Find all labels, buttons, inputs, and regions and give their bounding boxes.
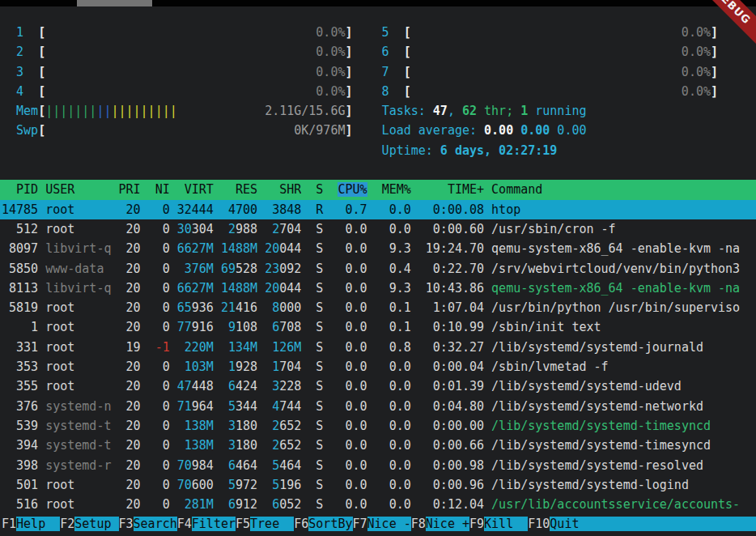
process-mem-pct: 0.1 bbox=[382, 300, 411, 315]
process-row-1[interactable]: 1 root 20 0 77916 9108 6708 S 0.0 0.1 0:… bbox=[0, 317, 756, 337]
cpu-meter-label-4: 4 bbox=[2, 84, 23, 99]
cpu-meter-value-3: 0.0% bbox=[45, 65, 345, 79]
process-user: systemd-t bbox=[45, 438, 111, 453]
process-row-8113[interactable]: 8113 libvirt-q 20 0 6627M 1488M 20044 S … bbox=[0, 279, 756, 298]
fn-key-F6[interactable]: F6SortBy bbox=[294, 517, 352, 531]
fn-key-F7[interactable]: F7Nice - bbox=[353, 517, 411, 531]
fn-key-F3[interactable]: F3Search bbox=[119, 517, 177, 531]
process-cpu-pct: 0.0 bbox=[338, 399, 367, 414]
column-header-ni[interactable]: NI bbox=[148, 182, 170, 197]
process-mem-pct: 0.0 bbox=[382, 497, 411, 512]
htop-screen: DEBUG 1 [ 0.0%] 5 [ 0.0%] 2 [ 0.0%] 6 [ … bbox=[0, 0, 756, 536]
swap-meter-label: Swp bbox=[16, 123, 38, 138]
process-ni: 0 bbox=[148, 202, 170, 217]
process-pid: 331 bbox=[2, 340, 38, 355]
process-command: /lib/systemd/systemd-networkd bbox=[491, 399, 703, 414]
fn-bar-fill bbox=[594, 517, 756, 531]
cpu-meter-label-5: 5 bbox=[352, 25, 389, 40]
process-pid: 14785 bbox=[2, 202, 38, 217]
process-pri: 20 bbox=[119, 281, 141, 296]
column-header-command[interactable]: Command bbox=[491, 182, 542, 197]
memory-meter-label: Mem bbox=[16, 104, 38, 118]
process-row-5850[interactable]: 5850 www-data 20 0 376M 69528 23092 S 0.… bbox=[0, 259, 756, 279]
cpu-meter-label-1: 1 bbox=[2, 25, 23, 40]
process-cpu-pct: 0.0 bbox=[338, 262, 367, 276]
process-ni: -1 bbox=[148, 340, 170, 355]
process-row-501[interactable]: 501 root 20 0 70600 5972 5196 S 0.0 0.0 … bbox=[0, 475, 756, 495]
process-ni: 0 bbox=[148, 399, 170, 414]
column-header-virt[interactable]: VIRT bbox=[177, 182, 214, 197]
process-user: libvirt-q bbox=[45, 281, 111, 296]
fn-key-F5[interactable]: F5Tree bbox=[236, 517, 294, 531]
tasks-count: 47 bbox=[433, 104, 448, 118]
process-command: /usr/bin/python /usr/bin/superviso bbox=[491, 300, 740, 315]
column-header-cpu[interactable]: CPU% bbox=[338, 182, 367, 197]
process-row-331[interactable]: 331 root 19 -1 220M 134M 126M S 0.0 0.8 … bbox=[0, 338, 756, 357]
process-time: 0:22.70 bbox=[426, 262, 484, 276]
process-command: /lib/systemd/systemd-journald bbox=[491, 340, 703, 355]
cpu-meter-value-8: 0.0% bbox=[411, 84, 711, 99]
column-header-pri[interactable]: PRI bbox=[119, 182, 141, 197]
process-cpu-pct: 0.0 bbox=[338, 222, 367, 236]
process-command: htop bbox=[491, 202, 520, 217]
process-time: 0:10.99 bbox=[426, 320, 484, 334]
process-row-394[interactable]: 394 systemd-t 20 0 138M 3180 2652 S 0.0 … bbox=[0, 436, 756, 455]
column-header-shr[interactable]: SHR bbox=[265, 182, 301, 197]
fn-key-F2[interactable]: F2Setup bbox=[60, 517, 118, 531]
process-row-8097[interactable]: 8097 libvirt-q 20 0 6627M 1488M 20044 S … bbox=[0, 239, 756, 258]
cpu-meter-row-1: 1 [ 0.0%] 5 [ 0.0%] bbox=[0, 23, 756, 42]
process-ni: 0 bbox=[148, 281, 170, 296]
process-row-355[interactable]: 355 root 20 0 47448 6424 3228 S 0.0 0.0 … bbox=[0, 376, 756, 396]
memory-bar-buffers: || bbox=[96, 104, 111, 118]
process-pid: 353 bbox=[2, 359, 38, 374]
process-row-398[interactable]: 398 systemd-r 20 0 70984 6464 5464 S 0.0… bbox=[0, 456, 756, 475]
tasks-running-count: 1 bbox=[520, 104, 528, 118]
process-command: /lib/systemd/systemd-logind bbox=[491, 478, 689, 492]
process-mem-pct: 0.0 bbox=[382, 478, 411, 492]
column-header-user[interactable]: USER bbox=[45, 182, 111, 197]
column-header-res[interactable]: RES bbox=[221, 182, 257, 197]
process-ni: 0 bbox=[148, 458, 170, 473]
cpu-meter-value-7: 0.0% bbox=[411, 65, 711, 79]
column-header-time[interactable]: TIME+ bbox=[426, 182, 484, 197]
column-header-pid[interactable]: PID bbox=[2, 182, 38, 197]
process-time: 0:00.04 bbox=[426, 359, 484, 374]
process-row-5819[interactable]: 5819 root 20 0 65936 21416 8000 S 0.0 0.… bbox=[0, 298, 756, 317]
process-pid: 516 bbox=[2, 497, 38, 512]
load-5min: 0.00 bbox=[520, 123, 550, 138]
load-15min: 0.00 bbox=[557, 123, 586, 138]
process-mem-pct: 0.0 bbox=[382, 379, 411, 393]
process-command: /sbin/init text bbox=[491, 320, 601, 334]
process-cpu-pct: 0.0 bbox=[338, 340, 367, 355]
process-row-353[interactable]: 353 root 20 0 103M 1928 1704 S 0.0 0.0 0… bbox=[0, 357, 756, 376]
process-pri: 20 bbox=[119, 202, 141, 217]
fn-key-F4[interactable]: F4Filter bbox=[177, 517, 236, 531]
process-pid: 501 bbox=[2, 478, 38, 492]
top-bar-tab-handle[interactable] bbox=[77, 0, 152, 6]
fn-key-F9[interactable]: F9Kill bbox=[469, 517, 528, 531]
process-pid: 5819 bbox=[2, 300, 38, 315]
cpu-meter-label-3: 3 bbox=[2, 65, 23, 79]
process-row-14785[interactable]: 14785 root 20 0 32444 4700 3848 R 0.7 0.… bbox=[0, 200, 756, 219]
fn-key-F8[interactable]: F8Nice + bbox=[411, 517, 469, 531]
process-cpu-pct: 0.0 bbox=[338, 320, 367, 334]
process-row-376[interactable]: 376 systemd-n 20 0 71964 5344 4744 S 0.0… bbox=[0, 397, 756, 416]
process-pid: 376 bbox=[2, 399, 38, 414]
process-mem-pct: 0.8 bbox=[382, 340, 411, 355]
process-pid: 539 bbox=[2, 419, 38, 433]
process-user: systemd-t bbox=[45, 419, 111, 433]
process-row-512[interactable]: 512 root 20 0 30304 2988 2704 S 0.0 0.0 … bbox=[0, 219, 756, 239]
fn-key-F10[interactable]: F10Quit bbox=[528, 517, 593, 531]
process-time: 0:00.96 bbox=[426, 478, 484, 492]
fn-key-F1[interactable]: F1Help bbox=[2, 517, 60, 531]
process-ni: 0 bbox=[148, 419, 170, 433]
column-header-mem[interactable]: MEM% bbox=[382, 182, 411, 197]
process-pri: 20 bbox=[119, 419, 141, 433]
process-row-539[interactable]: 539 systemd-t 20 0 138M 3180 2652 S 0.0 … bbox=[0, 416, 756, 436]
process-ni: 0 bbox=[148, 379, 170, 393]
process-time: 0:00.60 bbox=[426, 222, 484, 236]
process-user: root bbox=[45, 202, 111, 217]
process-row-516[interactable]: 516 root 20 0 281M 6912 6052 S 0.0 0.0 0… bbox=[0, 495, 756, 514]
process-command: /lib/systemd/systemd-udevd bbox=[491, 379, 682, 393]
cpu-meter-value-5: 0.0% bbox=[411, 25, 711, 40]
